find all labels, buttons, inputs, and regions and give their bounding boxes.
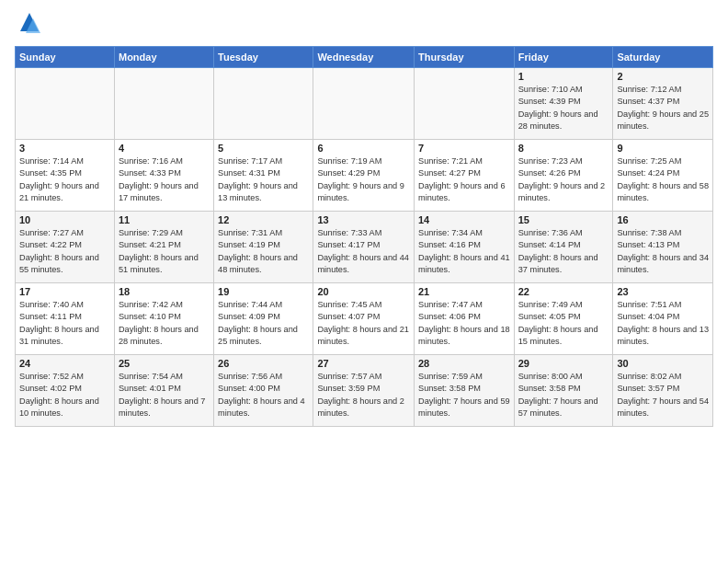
day-number: 23: [617, 286, 709, 297]
calendar-cell: 11Sunrise: 7:29 AM Sunset: 4:21 PM Dayli…: [114, 212, 213, 283]
calendar-cell: 20Sunrise: 7:45 AM Sunset: 4:07 PM Dayli…: [313, 283, 415, 355]
day-info: Sunrise: 7:51 AM Sunset: 4:04 PM Dayligh…: [617, 299, 709, 348]
day-number: 11: [119, 214, 210, 225]
calendar-cell: 10Sunrise: 7:27 AM Sunset: 4:22 PM Dayli…: [16, 212, 115, 283]
day-info: Sunrise: 7:49 AM Sunset: 4:05 PM Dayligh…: [518, 299, 609, 348]
calendar-cell: 23Sunrise: 7:51 AM Sunset: 4:04 PM Dayli…: [613, 283, 713, 355]
day-info: Sunrise: 7:42 AM Sunset: 4:10 PM Dayligh…: [119, 299, 210, 348]
day-info: Sunrise: 7:25 AM Sunset: 4:24 PM Dayligh…: [617, 155, 709, 204]
calendar-week-5: 24Sunrise: 7:52 AM Sunset: 4:02 PM Dayli…: [16, 355, 713, 427]
calendar-header-sunday: Sunday: [16, 47, 115, 68]
day-number: 12: [218, 214, 309, 225]
day-number: 16: [617, 214, 709, 225]
calendar-cell: 19Sunrise: 7:44 AM Sunset: 4:09 PM Dayli…: [214, 283, 313, 355]
calendar-cell: 7Sunrise: 7:21 AM Sunset: 4:27 PM Daylig…: [415, 140, 515, 212]
day-number: 7: [418, 143, 510, 154]
day-info: Sunrise: 7:59 AM Sunset: 3:58 PM Dayligh…: [418, 371, 510, 419]
day-info: Sunrise: 8:02 AM Sunset: 3:57 PM Dayligh…: [617, 371, 709, 419]
day-number: 19: [218, 286, 309, 297]
day-number: 25: [119, 358, 210, 369]
calendar-cell: 15Sunrise: 7:36 AM Sunset: 4:14 PM Dayli…: [514, 212, 613, 283]
day-number: 18: [119, 286, 210, 297]
day-info: Sunrise: 7:56 AM Sunset: 4:00 PM Dayligh…: [218, 371, 309, 419]
day-info: Sunrise: 7:54 AM Sunset: 4:01 PM Dayligh…: [119, 371, 210, 419]
day-number: 13: [317, 214, 410, 225]
calendar-cell: 4Sunrise: 7:16 AM Sunset: 4:33 PM Daylig…: [114, 140, 213, 212]
calendar-cell: 3Sunrise: 7:14 AM Sunset: 4:35 PM Daylig…: [16, 140, 115, 212]
calendar-cell: 21Sunrise: 7:47 AM Sunset: 4:06 PM Dayli…: [415, 283, 515, 355]
day-info: Sunrise: 7:12 AM Sunset: 4:37 PM Dayligh…: [617, 84, 709, 132]
calendar-header-friday: Friday: [514, 47, 613, 68]
calendar-cell: 14Sunrise: 7:34 AM Sunset: 4:16 PM Dayli…: [415, 212, 515, 283]
calendar-cell: 24Sunrise: 7:52 AM Sunset: 4:02 PM Dayli…: [16, 355, 115, 427]
calendar-cell: 25Sunrise: 7:54 AM Sunset: 4:01 PM Dayli…: [114, 355, 213, 427]
calendar-cell: 22Sunrise: 7:49 AM Sunset: 4:05 PM Dayli…: [514, 283, 613, 355]
calendar-week-4: 17Sunrise: 7:40 AM Sunset: 4:11 PM Dayli…: [16, 283, 713, 355]
calendar-cell: 29Sunrise: 8:00 AM Sunset: 3:58 PM Dayli…: [514, 355, 613, 427]
day-info: Sunrise: 8:00 AM Sunset: 3:58 PM Dayligh…: [518, 371, 609, 419]
day-number: 5: [218, 143, 309, 154]
calendar-cell: 17Sunrise: 7:40 AM Sunset: 4:11 PM Dayli…: [16, 283, 115, 355]
calendar: SundayMondayTuesdayWednesdayThursdayFrid…: [15, 46, 713, 427]
day-number: 4: [119, 143, 210, 154]
day-number: 26: [218, 358, 309, 369]
day-info: Sunrise: 7:33 AM Sunset: 4:17 PM Dayligh…: [317, 227, 410, 276]
calendar-cell: [114, 68, 213, 140]
day-number: 14: [418, 214, 510, 225]
logo: [15, 11, 42, 40]
day-info: Sunrise: 7:45 AM Sunset: 4:07 PM Dayligh…: [317, 299, 410, 348]
day-number: 10: [19, 214, 110, 225]
day-number: 28: [418, 358, 510, 369]
day-info: Sunrise: 7:29 AM Sunset: 4:21 PM Dayligh…: [119, 227, 210, 276]
calendar-cell: 5Sunrise: 7:17 AM Sunset: 4:31 PM Daylig…: [214, 140, 313, 212]
day-number: 8: [518, 143, 609, 154]
calendar-cell: 26Sunrise: 7:56 AM Sunset: 4:00 PM Dayli…: [214, 355, 313, 427]
day-number: 3: [19, 143, 110, 154]
calendar-header-wednesday: Wednesday: [313, 47, 415, 68]
calendar-cell: 18Sunrise: 7:42 AM Sunset: 4:10 PM Dayli…: [114, 283, 213, 355]
logo-icon: [17, 11, 42, 37]
page: SundayMondayTuesdayWednesdayThursdayFrid…: [0, 0, 728, 563]
day-info: Sunrise: 7:52 AM Sunset: 4:02 PM Dayligh…: [19, 371, 110, 419]
day-info: Sunrise: 7:57 AM Sunset: 3:59 PM Dayligh…: [317, 371, 410, 419]
day-number: 21: [418, 286, 510, 297]
calendar-week-3: 10Sunrise: 7:27 AM Sunset: 4:22 PM Dayli…: [16, 212, 713, 283]
calendar-header-tuesday: Tuesday: [214, 47, 313, 68]
calendar-week-2: 3Sunrise: 7:14 AM Sunset: 4:35 PM Daylig…: [16, 140, 713, 212]
day-number: 17: [19, 286, 110, 297]
calendar-cell: 12Sunrise: 7:31 AM Sunset: 4:19 PM Dayli…: [214, 212, 313, 283]
calendar-cell: 8Sunrise: 7:23 AM Sunset: 4:26 PM Daylig…: [514, 140, 613, 212]
day-number: 6: [317, 143, 410, 154]
day-info: Sunrise: 7:21 AM Sunset: 4:27 PM Dayligh…: [418, 155, 510, 204]
day-number: 24: [19, 358, 110, 369]
day-number: 15: [518, 214, 609, 225]
calendar-header-row: SundayMondayTuesdayWednesdayThursdayFrid…: [16, 47, 713, 68]
calendar-cell: 6Sunrise: 7:19 AM Sunset: 4:29 PM Daylig…: [313, 140, 415, 212]
calendar-header-thursday: Thursday: [415, 47, 515, 68]
calendar-cell: 1Sunrise: 7:10 AM Sunset: 4:39 PM Daylig…: [514, 68, 613, 140]
day-number: 27: [317, 358, 410, 369]
day-info: Sunrise: 7:44 AM Sunset: 4:09 PM Dayligh…: [218, 299, 309, 348]
day-info: Sunrise: 7:10 AM Sunset: 4:39 PM Dayligh…: [518, 84, 609, 132]
calendar-cell: [313, 68, 415, 140]
calendar-cell: 16Sunrise: 7:38 AM Sunset: 4:13 PM Dayli…: [613, 212, 713, 283]
calendar-cell: [16, 68, 115, 140]
day-number: 30: [617, 358, 709, 369]
day-info: Sunrise: 7:47 AM Sunset: 4:06 PM Dayligh…: [418, 299, 510, 348]
day-number: 9: [617, 143, 709, 154]
day-info: Sunrise: 7:40 AM Sunset: 4:11 PM Dayligh…: [19, 299, 110, 348]
day-number: 22: [518, 286, 609, 297]
calendar-header-saturday: Saturday: [613, 47, 713, 68]
calendar-cell: 30Sunrise: 8:02 AM Sunset: 3:57 PM Dayli…: [613, 355, 713, 427]
day-info: Sunrise: 7:27 AM Sunset: 4:22 PM Dayligh…: [19, 227, 110, 276]
day-number: 1: [518, 71, 609, 82]
calendar-header-monday: Monday: [114, 47, 213, 68]
day-number: 2: [617, 71, 709, 82]
calendar-week-1: 1Sunrise: 7:10 AM Sunset: 4:39 PM Daylig…: [16, 68, 713, 140]
day-info: Sunrise: 7:19 AM Sunset: 4:29 PM Dayligh…: [317, 155, 410, 204]
calendar-cell: 27Sunrise: 7:57 AM Sunset: 3:59 PM Dayli…: [313, 355, 415, 427]
header: [15, 11, 713, 40]
day-number: 20: [317, 286, 410, 297]
day-info: Sunrise: 7:16 AM Sunset: 4:33 PM Dayligh…: [119, 155, 210, 204]
calendar-cell: 28Sunrise: 7:59 AM Sunset: 3:58 PM Dayli…: [415, 355, 515, 427]
